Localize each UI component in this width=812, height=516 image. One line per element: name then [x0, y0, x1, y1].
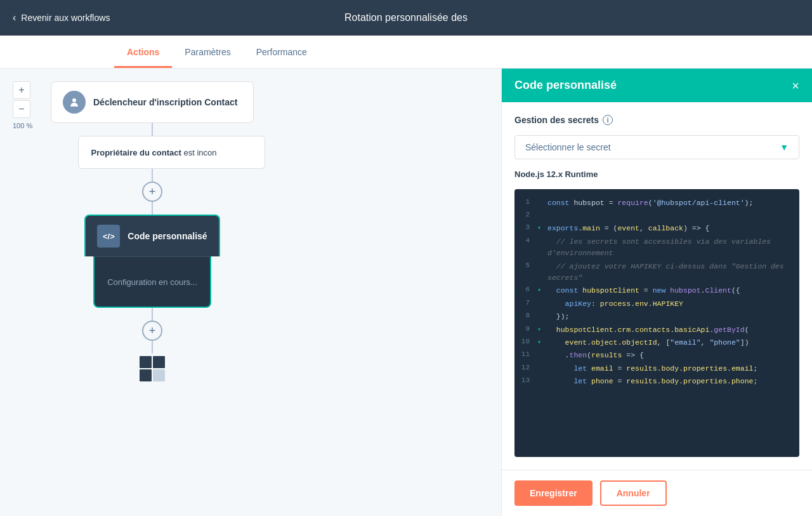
info-icon[interactable]: i	[603, 115, 613, 125]
code-line-8: 8 });	[514, 310, 799, 323]
secrets-label: Gestion des secrets i	[514, 115, 799, 125]
runtime-label: Node.js 12.x Runtime	[514, 169, 799, 179]
tab-bar: ⚠ Alertes Actions Paramètres Performance	[0, 36, 812, 69]
page-title: Rotation personnalisée des	[344, 12, 468, 23]
svg-point-0	[72, 98, 76, 102]
tab-actions[interactable]: Actions	[114, 38, 172, 68]
secrets-section: Gestion des secrets i	[514, 115, 799, 125]
trigger-icon	[63, 91, 86, 114]
hubspot-logo	[140, 356, 165, 381]
zoom-in-button[interactable]: +	[13, 81, 30, 99]
workflow-structure: Déclencheur d'inscription Contact Propri…	[38, 81, 266, 381]
panel-footer: Enregistrer Annuler	[502, 470, 812, 516]
secrets-placeholder: Sélectionner le secret	[525, 142, 611, 152]
trigger-node[interactable]: Déclencheur d'inscription Contact	[51, 81, 254, 123]
config-text: Configuration en cours...	[107, 277, 197, 287]
code-line-11: 11 .then(results => {	[514, 349, 799, 362]
connector-line-4	[152, 308, 153, 321]
right-panel: Code personnalisé × Gestion des secrets …	[501, 69, 812, 516]
close-button[interactable]: ×	[792, 79, 799, 92]
cancel-button[interactable]: Annuler	[600, 480, 667, 506]
panel-body: Gestion des secrets i Sélectionner le se…	[502, 102, 812, 470]
code-node-header[interactable]: </> Code personnalisé	[84, 215, 219, 256]
add-step-button-2[interactable]: +	[142, 321, 162, 341]
chevron-left-icon: ‹	[13, 12, 16, 23]
code-line-10: 10 ▾ event.object.objectId, ["email", "p…	[514, 336, 799, 349]
back-button[interactable]: ‹ Revenir aux workflows	[13, 12, 110, 23]
tab-performance[interactable]: Performance	[244, 38, 320, 68]
code-line-1: 1 const hubspot = require('@hubspot/api-…	[514, 197, 799, 209]
code-node-title: Code personnalisé	[128, 231, 207, 241]
trigger-title: Déclencheur d'inscription Contact	[93, 97, 237, 107]
condition-suffix: est incon	[183, 148, 216, 157]
code-line-2: 2	[514, 209, 799, 222]
connector-line-3	[152, 202, 153, 215]
code-node-body: Configuration en cours...	[93, 256, 211, 308]
connector-line-2	[152, 169, 153, 182]
add-step-button-1[interactable]: +	[142, 182, 162, 202]
code-line-13: 13 let phone = results.body.properties.p…	[514, 375, 799, 388]
connector-line-1	[152, 123, 153, 136]
save-button[interactable]: Enregistrer	[514, 480, 593, 506]
code-line-7: 7 apiKey: process.env.HAPIKEY	[514, 298, 799, 310]
code-line-6: 6 ▾ const hubspotClient = new hubspot.Cl…	[514, 284, 799, 297]
tab-parametres[interactable]: Paramètres	[172, 38, 243, 68]
panel-title: Code personnalisé	[514, 79, 617, 92]
back-label: Revenir aux workflows	[21, 13, 110, 23]
code-line-12: 12 let email = results.body.properties.e…	[514, 362, 799, 375]
code-line-9: 9 ▾ hubspotClient.crm.contacts.basicApi.…	[514, 324, 799, 336]
main-content: + − 100 % Déclencheur d'inscription Cont…	[0, 69, 812, 516]
zoom-level: 100 %	[13, 122, 32, 129]
panel-header: Code personnalisé ×	[502, 69, 812, 102]
tabs-container: Actions Paramètres Performance	[114, 38, 320, 68]
code-line-3: 3 ▾ exports.main = (event, callback) => …	[514, 222, 799, 235]
condition-node[interactable]: Propriétaire du contact est incon	[78, 136, 265, 169]
canvas-area: + − 100 % Déclencheur d'inscription Cont…	[0, 69, 501, 516]
secrets-dropdown[interactable]: Sélectionner le secret ▼	[514, 135, 799, 159]
code-line-5: 5 // ajoutez votre HAPIKEY ci-dessus dan…	[514, 260, 799, 285]
top-nav: ‹ Revenir aux workflows Rotation personn…	[0, 0, 812, 36]
condition-text: Propriétaire du contact est incon	[91, 148, 217, 157]
dropdown-arrow-icon: ▼	[780, 142, 789, 152]
code-editor[interactable]: 1 const hubspot = require('@hubspot/api-…	[514, 189, 799, 457]
zoom-out-button[interactable]: −	[13, 100, 30, 118]
code-icon: </>	[97, 225, 120, 248]
zoom-controls: + − 100 %	[13, 81, 32, 129]
connector-line-5	[152, 341, 153, 354]
code-line-4: 4 // les secrets sont accessibles via de…	[514, 235, 799, 260]
